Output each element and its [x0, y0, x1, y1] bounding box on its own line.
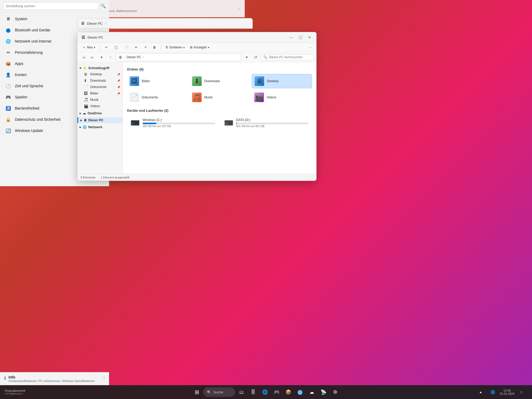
fe-delete-button[interactable]: 🗑: [150, 44, 159, 50]
sidebar-item-musik[interactable]: 🎵 Musik: [77, 97, 122, 103]
fe-share-button[interactable]: ↗: [141, 44, 149, 50]
folder-item-dokumente[interactable]: 📄 Dokumente: [127, 90, 187, 104]
info-icon: ℹ: [4, 376, 6, 381]
taskbar-more-button[interactable]: 📡: [318, 387, 329, 397]
sidebar-item-downloads[interactable]: ⬇ Downloads 📌: [77, 77, 122, 84]
taskbar-gaming-button[interactable]: 🎮: [271, 387, 282, 397]
accessibility-icon: ♿: [5, 105, 11, 111]
sidebar-desktop-icon: 🖥: [84, 72, 89, 76]
personalization-icon: ✏: [5, 49, 11, 55]
dieser-pc-title: Dieser PC: [87, 22, 103, 26]
taskbar-start-button[interactable]: ⊞: [192, 387, 202, 397]
fe-main-content: Ordner (6) 🖼 Bilder ⬇ Downloads 🖥 Deskto…: [123, 63, 316, 174]
settings-search-bar[interactable]: 🔍: [0, 0, 109, 12]
fe-new-button[interactable]: ＋ Neu ▾: [80, 44, 98, 51]
fe-refresh-button[interactable]: ↺: [252, 53, 259, 61]
fe-delete-icon: 🗑: [153, 45, 156, 49]
svg-rect-2: [132, 123, 135, 123]
fe-view-button[interactable]: ⊞ Anzeigen ▾: [188, 44, 211, 50]
fe-sidebar-dieser-pc: ▸ 🖥 Dieser PC: [77, 117, 122, 124]
info-chevron-icon: ›: [103, 375, 105, 380]
settings-search-input[interactable]: [3, 2, 99, 10]
taskbar-search-label: Suche: [213, 390, 223, 394]
info-title: Info: [9, 375, 95, 379]
fe-cut-icon: ✂: [105, 45, 108, 49]
gaming-icon: 🎮: [5, 94, 11, 100]
taskbar-taskview-button[interactable]: 🗂: [236, 387, 247, 397]
fe-title-folder-icon: 🖥: [81, 35, 85, 40]
fe-search-box[interactable]: 🔍: [261, 54, 314, 60]
fe-paste-button[interactable]: 📄: [122, 44, 131, 50]
dokumente-folder-icon: 📄: [130, 93, 139, 102]
drive-item-d[interactable]: DATA (D:) 931 GB frei von 931 GB: [221, 115, 312, 131]
fe-forward-button[interactable]: ▶: [89, 53, 96, 61]
sidebar-downloads-pin: 📌: [117, 79, 120, 82]
fe-recent-button[interactable]: ▾: [98, 53, 105, 61]
taskbar-network-icon[interactable]: 🌐: [488, 387, 498, 397]
fe-path-dropdown-button[interactable]: ▾: [243, 53, 250, 61]
fe-netzwerk-icon: 🌐: [83, 125, 87, 129]
settings-search-button[interactable]: 🔍: [101, 3, 106, 9]
fe-sidebar-onedrive-header[interactable]: ▸ ☁ OneDrive: [77, 110, 122, 116]
drive-item-c[interactable]: Windows (C:) 192 GB frei von 237 GB: [127, 115, 218, 131]
folder-item-videos[interactable]: 🎬 Videos: [252, 90, 312, 104]
taskbar-clock[interactable]: 12:00 01.01.2024: [500, 389, 514, 395]
taskbar-browser-button[interactable]: 🌐: [260, 387, 270, 397]
fe-drives-section-header: Geräte und Laufwerke (2): [127, 109, 312, 113]
sidebar-downloads-icon: ⬇: [84, 78, 89, 83]
folder-item-musik[interactable]: 🎵 Musik: [189, 90, 250, 104]
fe-maximize-button[interactable]: ⬜: [297, 35, 304, 40]
taskbar-notification-button[interactable]: □: [516, 387, 527, 397]
fe-rename-icon: ✏: [135, 45, 138, 49]
accounts-icon: 👤: [5, 72, 11, 78]
fe-search-input[interactable]: [269, 55, 312, 59]
fe-more-button[interactable]: ···: [307, 44, 314, 51]
sidebar-bilder-icon: 🖼: [84, 91, 89, 95]
info-text-group: Info Gerätespezifikationen, PC umbenenne…: [9, 375, 95, 383]
fe-sidebar-netzwerk-header[interactable]: ▸ 🌐 Netzwerk: [77, 124, 122, 130]
dieser-pc-title-icon: 🖥: [81, 21, 85, 26]
fe-toolbar: ＋ Neu ▾ ✂ 📋 📄 ✏ ↗ 🗑 ⇅ Sortieren ▾ ⊞: [77, 43, 316, 52]
info-section[interactable]: ℹ Info Gerätespezifikationen, PC umbenen…: [0, 372, 109, 385]
taskbar-apps-button[interactable]: 📦: [283, 387, 294, 397]
fe-sort-button[interactable]: ⇅ Sortieren ▾: [163, 44, 187, 50]
dieser-pc-titlebar: 🖥 Dieser PC ›: [77, 18, 253, 29]
fe-share-icon: ↗: [144, 45, 147, 49]
fe-sidebar-dieser-pc-header[interactable]: ▸ 🖥 Dieser PC: [77, 117, 122, 123]
fe-addressbar: ◀ ▶ ▾ ↑ 🖥 › Dieser PC › ▾ ↺ 🔍: [77, 52, 316, 63]
folder-item-bilder[interactable]: 🖼 Bilder: [127, 74, 187, 88]
fe-window-controls: — ⬜ ✕: [288, 35, 313, 40]
fe-copy-button[interactable]: 📋: [111, 44, 121, 50]
sidebar-item-videos[interactable]: 🎬 Videos: [77, 103, 122, 109]
fe-rename-button[interactable]: ✏: [132, 44, 140, 50]
fe-up-button[interactable]: ↑: [107, 53, 114, 61]
fe-minimize-button[interactable]: —: [288, 35, 295, 40]
fe-view-icon: ⊞: [190, 45, 193, 49]
fe-sidebar: ▾ ⭐ Schnellzugriff 🖥 Desktop 📌 ⬇ Downloa…: [77, 63, 123, 174]
fe-address-path[interactable]: 🖥 › Dieser PC ›: [116, 53, 241, 61]
taskbar-news-item[interactable]: Finanzüberschrift US-Regierung w...: [3, 388, 27, 396]
fe-sidebar-quick-access-header[interactable]: ▾ ⭐ Schnellzugriff: [77, 65, 122, 71]
sidebar-item-bilder[interactable]: 🖼 Bilder 📌: [77, 90, 122, 97]
fe-cut-button[interactable]: ✂: [102, 44, 110, 50]
fe-copy-icon: 📋: [114, 45, 118, 49]
time-icon: 🕐: [5, 83, 11, 89]
sidebar-item-desktop[interactable]: 🖥 Desktop 📌: [77, 71, 122, 77]
taskbar-files-button[interactable]: 🗄: [248, 387, 259, 397]
folder-item-downloads[interactable]: ⬇ Downloads: [189, 74, 250, 88]
fe-back-button[interactable]: ◀: [80, 53, 87, 61]
fe-close-button[interactable]: ✕: [306, 35, 313, 40]
taskbar-settings-button[interactable]: ⚙: [330, 387, 340, 397]
taskbar-cloud-button[interactable]: ☁: [306, 387, 317, 397]
drive-d-bar-fill: [236, 123, 237, 124]
bilder-folder-icon: 🖼: [130, 76, 139, 86]
sidebar-item-dokumente[interactable]: 📄 Dokumente 📌: [77, 84, 122, 90]
taskbar-news-title: Finanzüberschrift: [5, 389, 25, 392]
fe-sort-icon: ⇅: [165, 45, 168, 49]
fe-view-dropdown-icon: ▾: [208, 46, 209, 49]
taskbar-bluetooth-button[interactable]: ⬤: [295, 387, 305, 397]
folder-item-desktop[interactable]: 🖥 Desktop: [252, 74, 312, 88]
taskbar-tray-chevron[interactable]: ▲: [475, 387, 486, 397]
bluetooth-icon: ⬤: [5, 27, 11, 33]
taskbar-search-box[interactable]: 🔍 Suche: [203, 387, 235, 397]
